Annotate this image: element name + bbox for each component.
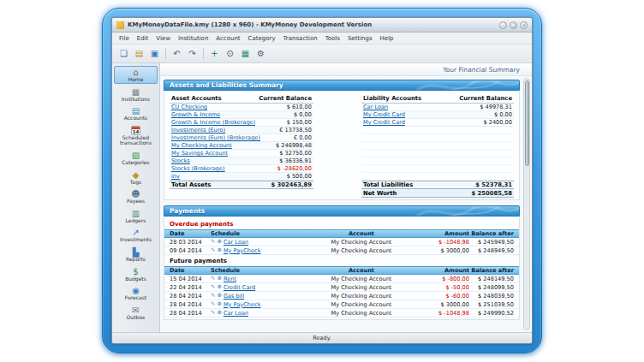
menu-account[interactable]: Account	[212, 34, 243, 43]
redo-icon[interactable]: ↷	[186, 47, 199, 60]
enter-schedule-icon[interactable]: ⊕	[217, 276, 221, 282]
sidebar-item-tags[interactable]: ◆Tags	[114, 169, 158, 187]
schedule-cell: ✎⊕Credit Card	[211, 284, 313, 291]
asset-account-link[interactable]: CU Checking	[171, 104, 207, 110]
save-icon[interactable]: ▣	[148, 47, 161, 60]
menu-tools[interactable]: Tools	[322, 34, 343, 43]
edit-schedule-icon[interactable]: ✎	[211, 239, 215, 245]
new-transaction-icon[interactable]: +	[208, 47, 221, 60]
edit-schedule-icon[interactable]: ✎	[211, 293, 215, 299]
toolbar-separator	[165, 48, 166, 59]
future-col-schedule: Schedule	[211, 267, 313, 274]
sidebar-item-label: Investments	[120, 237, 152, 243]
sidebar-item-ledgers[interactable]: ▥Ledgers	[114, 207, 158, 225]
asset-balance: $ 32750,00	[276, 150, 312, 157]
menu-edit[interactable]: Edit	[134, 34, 152, 43]
enter-schedule-icon[interactable]: ⊕	[217, 293, 221, 299]
menu-settings[interactable]: Settings	[344, 34, 376, 43]
edit-schedule-icon[interactable]: ✎	[211, 301, 215, 307]
minimize-button[interactable]: –	[499, 21, 507, 29]
payment-account: My Checking Account	[313, 301, 409, 308]
sidebar-item-label: Payees	[127, 199, 145, 205]
asset-account-link[interactable]: Investments (Euro) (Brokerage)	[171, 134, 260, 141]
menu-file[interactable]: File	[116, 34, 133, 43]
schedule-cell: ✎⊕Car Loan	[211, 239, 313, 246]
schedule-link[interactable]: Credit Card	[224, 284, 255, 291]
assets-liabilities-section: Assets and Liabilities Summary Asset Ac	[164, 80, 520, 200]
edit-schedule-icon[interactable]: ✎	[211, 247, 215, 253]
schedule-link[interactable]: Gas bill	[224, 293, 244, 300]
overdue-col-schedule: Schedule	[211, 230, 313, 237]
asset-balance: € 0,00	[290, 134, 312, 141]
liability-empty-row	[361, 134, 514, 142]
enter-schedule-icon[interactable]: ⊕	[217, 247, 221, 253]
sidebar-item-reports[interactable]: ▙Reports	[114, 246, 158, 264]
sidebar-item-budgets[interactable]: $Budgets	[114, 265, 158, 283]
sidebar-item-categories[interactable]: ▧Categories	[114, 149, 158, 167]
liability-account-link[interactable]: My Credit Card	[363, 119, 405, 126]
goto-ledger-icon[interactable]: ▦	[239, 47, 252, 60]
enter-schedule-icon[interactable]: ⊕	[217, 284, 221, 290]
liability-accounts-header: Liability Accounts	[363, 95, 421, 102]
empty-cell	[363, 157, 365, 164]
asset-account-link[interactable]: My Savings Account	[171, 150, 228, 157]
titlebar[interactable]: KMyMoneyDataFile.kmy (1280 x 960) - KMyM…	[112, 18, 532, 33]
empty-cell	[363, 165, 365, 172]
open-file-icon[interactable]: ▤	[133, 47, 146, 60]
asset-account-link[interactable]: Growth & Income (Brokerage)	[171, 119, 255, 126]
enter-schedule-icon[interactable]: ⊕	[217, 301, 221, 307]
liability-account-link[interactable]: Car Loan	[363, 104, 388, 110]
total-liabilities-label: Total Liabilities	[363, 181, 413, 188]
sidebar-item-outbox[interactable]: ✉Outbox	[114, 304, 158, 322]
edit-schedule-icon[interactable]: ✎	[211, 276, 215, 282]
asset-account-link[interactable]: Stocks	[171, 157, 190, 164]
menu-institution[interactable]: Institution	[175, 34, 212, 43]
maximize-button[interactable]: □	[510, 21, 517, 29]
asset-account-link[interactable]: My Checking Account	[171, 142, 232, 149]
budgets-icon: $	[133, 267, 138, 276]
enter-schedule-icon[interactable]: ⊕	[217, 239, 221, 245]
payments-title: Payments	[170, 207, 205, 215]
schedule-link[interactable]: Rent	[224, 276, 236, 282]
vertical-scrollbar[interactable]	[523, 78, 530, 330]
menu-view[interactable]: View	[152, 34, 174, 43]
liability-empty-row	[361, 173, 514, 181]
liability-account-link[interactable]: My Credit Card	[363, 111, 405, 118]
sidebar-item-scheduled-transactions[interactable]: 14Scheduled transactions	[114, 124, 158, 147]
find-transaction-icon[interactable]: ⊙	[224, 47, 236, 60]
overdue-col-balance-after: Balance after	[469, 230, 514, 237]
close-button[interactable]: ×	[520, 21, 528, 29]
asset-account-link[interactable]: Growth & Income	[171, 111, 220, 118]
edit-schedule-icon[interactable]: ✎	[211, 310, 215, 316]
menu-transaction[interactable]: Transaction	[280, 34, 321, 43]
sidebar-item-investments[interactable]: ↗Investments	[114, 226, 158, 244]
liability-row: My Credit Card$ 0,00	[361, 111, 514, 119]
payment-account: My Checking Account	[313, 239, 409, 246]
schedule-link[interactable]: Car Loan	[224, 239, 248, 246]
scrollbar-thumb[interactable]	[525, 80, 529, 166]
future-col-account: Account	[313, 267, 409, 274]
tags-icon: ◆	[133, 170, 140, 180]
sidebar-item-label: Institutions	[122, 97, 151, 103]
sidebar-item-home[interactable]: ⌂Home	[114, 66, 158, 84]
sidebar-item-payees[interactable]: ☻Payees	[114, 187, 158, 205]
payment-date: 22 04 2014	[170, 284, 211, 291]
sidebar-item-label: Home	[128, 77, 144, 83]
enter-schedule-icon[interactable]: ⊕	[217, 310, 221, 316]
schedule-link[interactable]: My PayCheck	[224, 247, 261, 254]
sidebar-item-institutions[interactable]: ▦Institutions	[114, 86, 158, 104]
schedule-link[interactable]: Car Loan	[224, 310, 248, 317]
edit-schedule-icon[interactable]: ✎	[211, 284, 215, 290]
sidebar-item-accounts[interactable]: ▤Accounts	[114, 104, 158, 122]
schedule-link[interactable]: My PayCheck	[224, 301, 261, 308]
asset-account-link[interactable]: inv	[171, 173, 180, 180]
asset-account-link[interactable]: Stocks (Brokerage)	[171, 165, 225, 172]
new-book-icon[interactable]: ❏	[117, 47, 130, 60]
menu-help[interactable]: Help	[377, 34, 397, 43]
sidebar-item-forecast[interactable]: ◉Forecast	[114, 284, 158, 302]
asset-account-link[interactable]: Investments (Euro)	[171, 127, 225, 134]
undo-icon[interactable]: ↶	[170, 47, 183, 60]
menu-category[interactable]: Category	[245, 34, 279, 43]
toolbar: ❏▤▣↶↷+⊙▦⚙	[112, 45, 532, 63]
configure-icon[interactable]: ⚙	[254, 47, 267, 60]
